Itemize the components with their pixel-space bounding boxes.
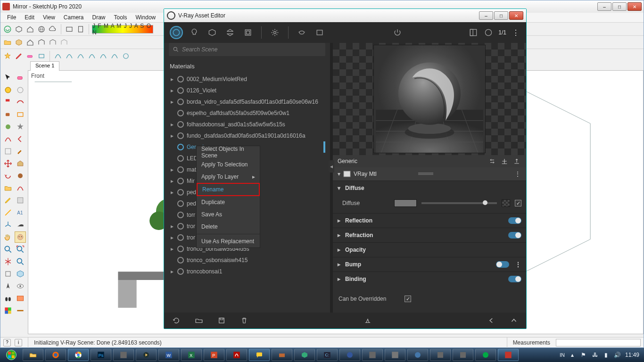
face-icon[interactable]	[15, 231, 26, 243]
expand-arrow-icon[interactable]: ▸	[171, 87, 174, 94]
pencil-icon[interactable]	[14, 51, 24, 61]
bump-more-icon[interactable]: ⋮	[515, 261, 521, 268]
frame-buffer-icon[interactable]	[313, 26, 326, 39]
minimize-button[interactable]: –	[597, 2, 611, 11]
zoom-extents-icon[interactable]	[15, 244, 26, 255]
search-field[interactable]: Search Scene	[169, 43, 325, 56]
knife-icon[interactable]	[2, 207, 14, 218]
refraction-toggle[interactable]	[508, 232, 521, 239]
material-row[interactable]: ▸0002_MediumVioletRed	[169, 74, 325, 85]
materials-tab-icon[interactable]	[170, 26, 183, 39]
task-powerpoint-icon[interactable]: P	[204, 349, 224, 361]
material-radio-icon[interactable]	[177, 144, 184, 150]
task-word-icon[interactable]: W	[158, 349, 179, 361]
expand-arrow-icon[interactable]: ▸	[171, 223, 174, 230]
follow-icon[interactable]	[15, 170, 26, 181]
back-icon[interactable]	[15, 133, 26, 145]
star-icon[interactable]	[15, 121, 26, 132]
expand-arrow-icon[interactable]: ▸	[171, 76, 174, 82]
up-arrow-icon[interactable]	[507, 315, 520, 326]
compass-icon[interactable]	[2, 280, 14, 292]
paint-icon[interactable]	[2, 97, 14, 108]
material-radio-icon[interactable]	[177, 189, 184, 196]
menu-file[interactable]: File	[3, 13, 20, 22]
task-sketchup-icon[interactable]	[498, 349, 519, 361]
ctx-duplicate[interactable]: Duplicate	[197, 196, 260, 208]
menu-camera[interactable]: Camera	[60, 13, 88, 22]
material-radio-icon[interactable]	[177, 155, 184, 162]
shape-icon[interactable]	[36, 51, 47, 61]
task-excel-icon[interactable]: X	[181, 349, 202, 361]
open-folder-icon[interactable]	[192, 315, 206, 326]
curve-icon[interactable]	[53, 51, 63, 61]
material-row[interactable]: ▸troncobonsai1	[169, 266, 325, 277]
material-radio-icon[interactable]	[177, 200, 184, 207]
dim-icon[interactable]	[2, 268, 14, 280]
measurements-input[interactable]	[556, 339, 641, 346]
collapse-left-arrow[interactable]: ◂	[329, 160, 334, 173]
eraser-icon[interactable]	[25, 51, 35, 61]
back-arrow-icon[interactable]	[485, 315, 498, 326]
task-media-icon[interactable]	[136, 349, 157, 361]
reflection-toggle[interactable]	[508, 217, 521, 224]
material-radio-icon[interactable]	[177, 121, 184, 128]
curve2-icon[interactable]	[64, 51, 74, 61]
tray-net-icon[interactable]: 🖧	[591, 351, 599, 359]
diffuse-color-swatch[interactable]	[394, 199, 417, 207]
section-reflection[interactable]: ▸Reflection	[333, 214, 526, 228]
circle-icon[interactable]	[121, 51, 131, 61]
folder-icon[interactable]	[2, 182, 14, 194]
star-icon[interactable]	[2, 51, 13, 61]
page-icon[interactable]	[75, 24, 86, 34]
section-icon[interactable]	[15, 293, 26, 304]
material-row[interactable]: ▸folhasdobonsai_asd0a1s5a5w5w5s15s	[169, 119, 325, 130]
ctx-apply-to-layer[interactable]: Apply To Layer	[197, 171, 260, 183]
menu-window[interactable]: Window	[132, 13, 160, 22]
material-radio-icon[interactable]	[177, 246, 184, 252]
menu-view[interactable]: View	[39, 13, 59, 22]
material-row[interactable]: ▸borda_vidro_sdafa5df5asfasd0f1as0df1a60…	[169, 96, 325, 107]
task-grey-app-icon[interactable]	[113, 349, 134, 361]
system-tray[interactable]: IN ▴ ⚑ 🖧 ▮ 🔊 11:49	[557, 351, 642, 359]
tray-vol-icon[interactable]: 🔊	[614, 351, 621, 359]
more-icon[interactable]: ⋮	[511, 28, 520, 37]
ctx-apply-to-selection[interactable]: Apply To Selection	[197, 158, 260, 171]
task-green-icon[interactable]	[294, 349, 315, 361]
diffuse-slider[interactable]	[421, 202, 497, 204]
power-icon[interactable]	[391, 26, 404, 39]
vray-render-icon[interactable]	[2, 24, 13, 34]
hand-icon[interactable]	[2, 231, 14, 243]
diffuse-enabled-checkbox[interactable]: ✓	[515, 200, 521, 206]
task-app5-icon[interactable]	[453, 349, 473, 361]
expand-arrow-icon[interactable]: ▸	[171, 121, 174, 128]
info-icon[interactable]: i	[15, 339, 22, 346]
home-icon[interactable]	[25, 24, 35, 34]
task-firefox-icon[interactable]	[45, 349, 66, 361]
offset-icon[interactable]	[15, 182, 26, 194]
task-safe-icon[interactable]	[339, 349, 360, 361]
eye-row-icon[interactable]	[15, 280, 26, 292]
menu-draw[interactable]: Draw	[89, 13, 109, 22]
task-photoshop-icon[interactable]: Ps	[91, 349, 111, 361]
layout-icon[interactable]	[468, 27, 479, 38]
move-icon[interactable]	[2, 158, 14, 169]
curve5-icon[interactable]	[98, 51, 108, 61]
ctx-delete[interactable]: Delete	[197, 221, 260, 233]
material-radio-icon[interactable]	[177, 257, 184, 263]
material-row[interactable]: ▸tronco_osbonsaiswh415	[169, 255, 325, 266]
room3-icon[interactable]	[59, 37, 69, 48]
arc-icon[interactable]	[15, 84, 26, 96]
add-icon[interactable]	[500, 156, 509, 166]
section-opacity[interactable]: ▸Opacity	[333, 243, 526, 257]
swap-icon[interactable]	[487, 156, 497, 166]
rect-icon[interactable]	[15, 109, 26, 120]
tray-flag-icon[interactable]: ⚑	[580, 351, 587, 359]
task-chat-icon[interactable]	[249, 349, 270, 361]
3d-icon[interactable]	[15, 268, 26, 280]
eraser-icon[interactable]	[15, 72, 26, 83]
gear-icon[interactable]	[2, 121, 14, 132]
trash-icon[interactable]	[238, 315, 251, 326]
material-radio-icon[interactable]	[177, 234, 184, 241]
section-refraction[interactable]: ▸Refraction	[333, 228, 526, 242]
curve4-icon[interactable]	[87, 51, 97, 61]
